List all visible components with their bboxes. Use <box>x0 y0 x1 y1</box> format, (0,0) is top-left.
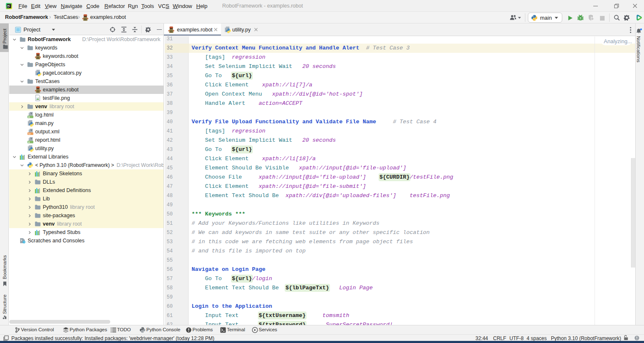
svg-text:PC: PC <box>7 5 10 7</box>
